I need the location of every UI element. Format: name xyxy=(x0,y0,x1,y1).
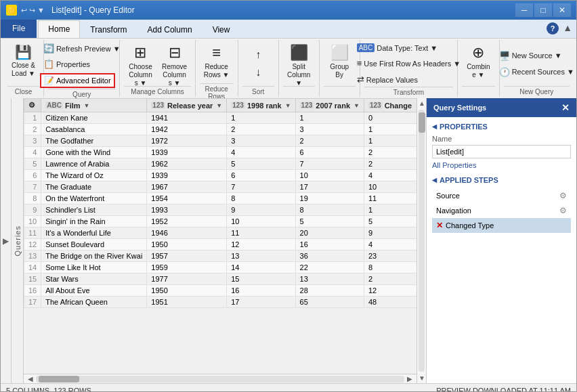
first-row-headers-icon: ≡ xyxy=(357,58,362,68)
table-row[interactable]: 4Gone with the Wind1939462 xyxy=(24,147,417,158)
rank98-filter-icon[interactable]: ▼ xyxy=(285,102,291,109)
table-row[interactable]: 5Lawrence of Arabia1962572 xyxy=(24,158,417,170)
new-source-button[interactable]: 🖥️ New Source ▼ xyxy=(496,49,577,63)
cell-rank-1998: 14 xyxy=(227,262,295,274)
applied-step-item[interactable]: ✕Changed Type xyxy=(432,218,571,233)
tab-file[interactable]: File xyxy=(1,20,37,38)
replace-values-button[interactable]: ⇄ Replace Values xyxy=(354,72,465,87)
reduce-rows-button[interactable]: ≡ ReduceRows ▼ xyxy=(200,41,233,83)
cell-change: 2 xyxy=(364,147,416,158)
combine-button[interactable]: ⊕ Combine ▼ xyxy=(462,41,494,83)
split-label xyxy=(283,86,315,95)
table-row[interactable]: 6The Wizard of Oz19396104 xyxy=(24,170,417,181)
cell-release-year: 1959 xyxy=(147,262,227,274)
table-row[interactable]: 15Star Wars197715132 xyxy=(24,274,417,285)
combine-label: Combine ▼ xyxy=(465,63,491,79)
advanced-editor-button[interactable]: 📝 Advanced Editor xyxy=(40,73,115,88)
cell-change: 2 xyxy=(364,274,416,285)
query-group-buttons: 🔄 Refresh Preview ▼ 📋 Properties 📝 Advan… xyxy=(40,41,124,89)
collapse-panel-button[interactable]: ▶ xyxy=(1,98,12,383)
table-row[interactable]: 16All About Eve1950162812 xyxy=(24,285,417,297)
step-gear-icon[interactable]: ⚙ xyxy=(559,191,567,200)
group-by-button[interactable]: ⬜ GroupBy xyxy=(326,41,352,83)
film-filter-icon[interactable]: ▼ xyxy=(84,102,90,109)
close-button[interactable]: ✕ xyxy=(553,3,571,17)
data-type-icon: ABC xyxy=(357,43,375,52)
step-gear-icon[interactable]: ⚙ xyxy=(559,206,567,215)
table-row[interactable]: 13The Bridge on the River Kwai1957133623 xyxy=(24,251,417,262)
horizontal-scrollbar[interactable]: ◀ ▶ xyxy=(24,374,416,383)
tab-add-column[interactable]: Add Column xyxy=(137,21,202,38)
refresh-preview-label: Refresh Preview ▼ xyxy=(56,45,121,53)
rank07-filter-icon[interactable]: ▼ xyxy=(354,102,360,109)
refresh-preview-button[interactable]: 🔄 Refresh Preview ▼ xyxy=(40,41,124,56)
cell-release-year: 1941 xyxy=(147,112,227,124)
scroll-down-btn[interactable]: ▼ xyxy=(417,373,426,383)
choose-columns-button[interactable]: ⊞ ChooseColumns ▼ xyxy=(124,41,156,83)
table-row[interactable]: 8On the Waterfront195481911 xyxy=(24,193,417,204)
col-2007-header[interactable]: 123 2007 rank ▼ xyxy=(295,99,364,112)
settings-close-button[interactable]: ✕ xyxy=(561,102,570,113)
scroll-left-btn[interactable]: ◀ xyxy=(25,375,36,383)
recent-sources-icon: 🕐 xyxy=(499,67,510,77)
applied-steps-section-title: ◀ APPLIED STEPS xyxy=(432,176,571,184)
applied-step-item[interactable]: Navigation⚙ xyxy=(432,203,571,218)
release-filter-icon[interactable]: ▼ xyxy=(216,102,222,109)
table-row[interactable]: 14Some Like It Hot195914228 xyxy=(24,262,417,274)
table-row[interactable]: 12Sunset Boulevard195012164 xyxy=(24,239,417,251)
properties-button[interactable]: 📋 Properties xyxy=(40,57,93,71)
col-release-header[interactable]: 123 Release year ▼ xyxy=(147,99,227,112)
vscroll-track[interactable] xyxy=(419,110,425,372)
split-column-button[interactable]: ⬛ SplitColumn ▼ xyxy=(283,41,315,83)
groupby-label xyxy=(324,86,356,95)
close-load-button[interactable]: 💾 Close &Load ▼ xyxy=(8,41,39,83)
table-row[interactable]: 17The African Queen1951176548 xyxy=(24,297,417,308)
all-properties-link[interactable]: All Properties xyxy=(432,161,571,169)
tab-transform[interactable]: Transform xyxy=(80,21,137,38)
cell-rank-1998: 7 xyxy=(227,181,295,193)
cell-release-year: 1939 xyxy=(147,170,227,181)
col-1998-header[interactable]: 123 1998 rank ▼ xyxy=(227,99,295,112)
recent-sources-button[interactable]: 🕐 Recent Sources ▼ xyxy=(496,65,577,79)
first-row-headers-button[interactable]: ≡ Use First Row As Headers ▼ xyxy=(354,56,465,70)
tab-home[interactable]: Home xyxy=(38,20,80,38)
table-row[interactable]: 3The Godfather1972321 xyxy=(24,135,417,147)
table-scroll-area[interactable]: ⚙ ABC Film ▼ 123 Releas xyxy=(24,98,416,374)
name-input[interactable] xyxy=(432,145,571,158)
step-label: Navigation xyxy=(436,206,559,215)
step-delete-icon[interactable]: ✕ xyxy=(436,221,443,230)
table-row[interactable]: 1Citizen Kane1941110 xyxy=(24,112,417,124)
table-row[interactable]: 2Casablanca1942231 xyxy=(24,124,417,135)
row-number: 4 xyxy=(24,147,41,158)
scroll-up-btn[interactable]: ▲ xyxy=(417,98,426,108)
tab-view[interactable]: View xyxy=(202,21,240,38)
sort-asc-button[interactable]: ↑ xyxy=(252,47,264,63)
maximize-button[interactable]: □ xyxy=(534,3,552,17)
split-column-label: SplitColumn ▼ xyxy=(286,63,312,87)
sort-desc-button[interactable]: ↓ xyxy=(252,64,264,81)
reduce-rows-icon: ≡ xyxy=(212,44,221,62)
table-row[interactable]: 11It's a Wonderful Life194611209 xyxy=(24,227,417,239)
minimize-button[interactable]: ─ xyxy=(515,3,533,17)
cell-change: 4 xyxy=(364,239,416,251)
vscroll-thumb[interactable] xyxy=(419,112,425,133)
release-type-icon: 123 xyxy=(151,102,165,109)
cell-change: 8 xyxy=(364,262,416,274)
remove-columns-button[interactable]: ⊟ RemoveColumns ▼ xyxy=(158,41,191,83)
table-row[interactable]: 9Schindler's List1993981 xyxy=(24,204,417,216)
scroll-right-btn[interactable]: ▶ xyxy=(404,375,415,383)
scroll-thumb[interactable] xyxy=(39,376,79,383)
scroll-track[interactable] xyxy=(36,376,404,383)
collapse-ribbon-button[interactable]: ▲ xyxy=(563,22,572,38)
col-film-header[interactable]: ABC Film ▼ xyxy=(41,99,147,112)
vertical-scrollbar[interactable]: ▲ ▼ xyxy=(416,98,426,383)
split-column-icon: ⬛ xyxy=(290,44,308,62)
table-settings-icon: ⚙ xyxy=(28,101,35,109)
applied-steps-list: Source⚙Navigation⚙✕Changed Type xyxy=(432,188,571,233)
data-type-button[interactable]: ABC Data Type: Text ▼ xyxy=(354,41,465,54)
table-row[interactable]: 10Singin' in the Rain19521055 xyxy=(24,216,417,227)
table-row[interactable]: 7The Graduate196771710 xyxy=(24,181,417,193)
applied-step-item[interactable]: Source⚙ xyxy=(432,188,571,203)
help-icon[interactable]: ? xyxy=(547,22,559,35)
col-change-header[interactable]: 123 Change ▼ xyxy=(364,99,416,112)
